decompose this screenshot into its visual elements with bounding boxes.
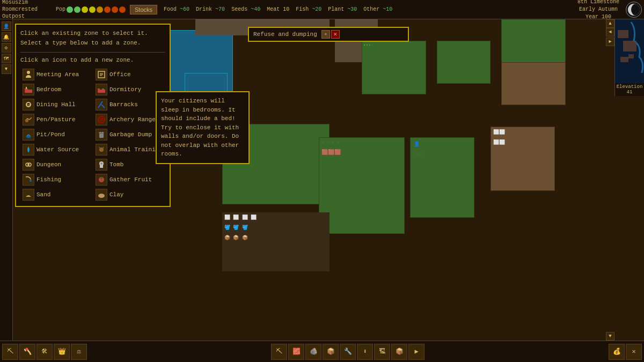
garbage-icon (96, 129, 107, 141)
animal-label: Animal Training (109, 146, 163, 153)
bottom-btn-build[interactable]: 🧱 (288, 344, 304, 360)
svg-rect-7 (26, 87, 27, 89)
zone-item-sand[interactable]: Sand (20, 188, 92, 202)
zone-item-bedroom[interactable]: Bedroom (20, 83, 92, 97)
bottom-btn-crown[interactable]: 👑 (54, 344, 70, 360)
zone-panel: Click an existing zone to select it. Sel… (15, 24, 171, 207)
date-line3: Year 100 (577, 13, 619, 21)
svg-rect-21 (99, 132, 104, 134)
zone-item-dungeon[interactable]: Dungeon (20, 158, 92, 172)
sidebar-icon-person[interactable]: 👤 (2, 21, 11, 31)
resources-bar: Food ~60 Drink ~70 Seeds ~40 Meat 10 Fis… (159, 6, 397, 12)
bottom-center-buttons: ⛏ 🧱 🪨 📦 🔧 ⬇ 🏗 📦 ▶ (271, 344, 425, 360)
zone-header: Click an existing zone to select it. Sel… (20, 29, 165, 48)
bottom-btn-scale[interactable]: ⚖ (71, 344, 87, 360)
zone-item-pit[interactable]: Pit/Pond (20, 128, 92, 142)
bottom-btn-axe[interactable]: ⛏ (2, 344, 18, 360)
dormitory-label: Dormitory (109, 86, 141, 93)
zone-item-pen[interactable]: Pen/Pasture (20, 113, 92, 127)
bedroom-label: Bedroom (36, 86, 61, 93)
barracks-icon (96, 99, 107, 110)
sidebar-icon-settings[interactable]: ⚙ (2, 43, 11, 53)
garbage-label: Garbage Dump (109, 131, 152, 138)
zone-item-fishing[interactable]: Fishing (20, 173, 92, 187)
sand-icon (23, 189, 34, 201)
bottom-btn-crate[interactable]: 📦 (391, 344, 407, 360)
tomb-icon (96, 159, 107, 171)
sidebar-icon-alert[interactable]: 🔔 (2, 32, 11, 42)
meeting-icon (23, 69, 34, 80)
svg-rect-41 (620, 57, 628, 62)
bottom-btn-arrow[interactable]: ⬇ (357, 344, 373, 360)
bottombar: ⛏ 🪓 🛠 👑 ⚖ ⛏ 🧱 🪨 📦 🔧 ⬇ 🏗 📦 ▶ 💰 ✕ (0, 341, 644, 362)
seeds-label: Seeds ~40 (231, 6, 260, 12)
pop-label: Pop (56, 6, 65, 12)
stocks-button[interactable]: Stocks (130, 5, 157, 14)
room-middle-3: 👤 ▫▫▫▫ (410, 137, 474, 218)
population-bar: Pop (54, 6, 128, 13)
zone-item-gather[interactable]: Gather Fruit (93, 173, 165, 187)
tooltip-box: Your citizens will sleep in bedrooms. It… (156, 91, 250, 164)
bottom-btn-close[interactable]: ✕ (626, 344, 642, 360)
left-sidebar: 👤 🔔 ⚙ 🗺 ▼ (0, 19, 13, 341)
pit-icon (23, 129, 34, 141)
bottom-btn-construct[interactable]: 🏗 (374, 344, 390, 360)
room-brown-2: ⬜⬜ ⬜⬜ (491, 127, 555, 191)
zone-item-barracks[interactable]: Barracks (93, 98, 165, 112)
animal-icon (96, 144, 107, 156)
bottom-btn-hammer[interactable]: 🛠 (36, 344, 53, 360)
bottom-btn-box[interactable]: 📦 (323, 344, 339, 360)
meat-label: Meat 10 (267, 6, 289, 12)
zone-item-dormitory[interactable]: Dormitory (93, 83, 165, 97)
meeting-label: Meeting Area (36, 71, 79, 78)
water-label: Water Source (36, 146, 79, 153)
pen-icon (23, 114, 34, 125)
zone-item-water[interactable]: Water Source (20, 143, 92, 157)
office-icon (96, 69, 107, 80)
zone-item-archery[interactable]: Archery Range (93, 113, 165, 127)
bottom-btn-next[interactable]: ▶ (408, 344, 425, 360)
scroll-left-arrow[interactable]: ◄ (606, 28, 614, 36)
bottom-btn-mine[interactable]: ⛏ (271, 344, 287, 360)
gather-label: Gather Fruit (109, 176, 152, 183)
zone-item-office[interactable]: Office (93, 68, 165, 82)
room-1: ▪▪▪ (362, 41, 426, 94)
refuse-dialog: Refuse and dumping + ✕ (248, 27, 409, 42)
zone-item-meeting[interactable]: Meeting Area (20, 68, 92, 82)
svg-rect-9 (98, 88, 100, 91)
svg-rect-40 (623, 41, 636, 51)
bottom-btn-gear[interactable]: 🔧 (340, 344, 356, 360)
topbar: Mosuszim Roomcrested Outpost Pop Stocks … (0, 0, 644, 19)
bottom-btn-coin[interactable]: 💰 (609, 344, 625, 360)
refuse-close-button[interactable]: ✕ (331, 30, 340, 39)
zone-item-clay[interactable]: Clay (93, 188, 165, 202)
tooltip-text: Your citizens will sleep in bedrooms. It… (161, 98, 239, 157)
zone-item-animal[interactable]: Animal Training (93, 143, 165, 157)
dormitory-icon (96, 84, 107, 95)
dining-label: Dining Hall (36, 101, 76, 108)
sand-label: Sand (36, 191, 50, 198)
bedroom-icon (23, 84, 34, 95)
svg-line-15 (101, 105, 105, 108)
zone-item-tomb[interactable]: Tomb (93, 158, 165, 172)
room-brown-1 (501, 62, 566, 105)
food-label: Food ~60 (164, 6, 189, 12)
clay-label: Clay (109, 191, 123, 198)
refuse-plus-button[interactable]: + (321, 30, 330, 39)
fishing-label: Fishing (36, 176, 61, 183)
pop-icon-5 (97, 6, 103, 13)
sidebar-icon-down[interactable]: ▼ (2, 64, 11, 74)
scroll-down-arrow[interactable]: ▼ (606, 332, 614, 341)
fishing-icon (23, 174, 34, 186)
drink-label: Drink ~70 (196, 6, 225, 12)
zone-item-garbage[interactable]: Garbage Dump (93, 128, 165, 142)
city-name: Mosuszim (2, 0, 52, 6)
bottom-btn-stone[interactable]: 🪨 (305, 344, 321, 360)
minimap[interactable]: ▲ (614, 19, 644, 92)
zone-item-dining[interactable]: 🍽 Dining Hall (20, 98, 92, 112)
scroll-right-arrow[interactable]: ► (606, 38, 614, 46)
sidebar-icon-map[interactable]: 🗺 (2, 54, 11, 63)
svg-rect-20 (99, 133, 104, 138)
svg-rect-42 (628, 54, 634, 58)
bottom-btn-tool[interactable]: 🪓 (19, 344, 35, 360)
